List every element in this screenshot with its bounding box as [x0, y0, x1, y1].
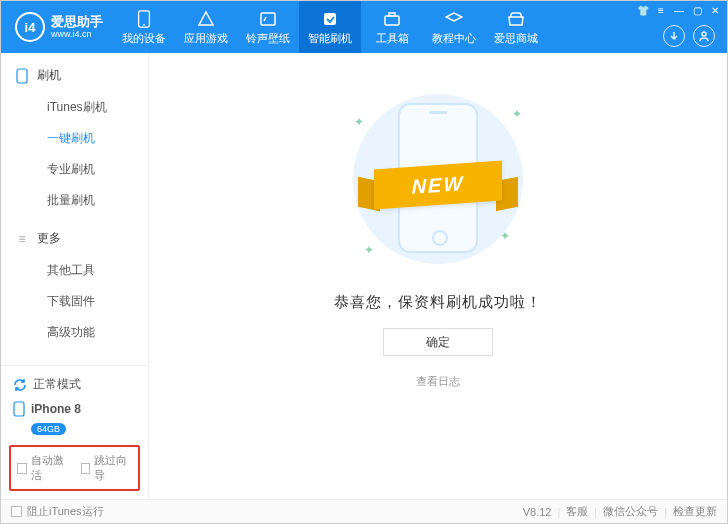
- brand-domain: www.i4.cn: [51, 29, 103, 39]
- nav-label: 铃声壁纸: [246, 31, 290, 46]
- phone-icon: [134, 9, 154, 29]
- chk-label: 阻止iTunes运行: [27, 504, 104, 519]
- minimize-icon[interactable]: —: [673, 4, 685, 16]
- sidebar: 刷机 iTunes刷机 一键刷机 专业刷机 批量刷机 ≡ 更多 其他工具 下载固…: [1, 53, 149, 499]
- svg-point-1: [143, 23, 145, 25]
- storage-badge: 64GB: [31, 423, 66, 435]
- tutorial-icon: [444, 9, 464, 29]
- success-illustration: ✦✦✦✦ NEW: [318, 89, 558, 269]
- top-nav: 我的设备 应用游戏 铃声壁纸 智能刷机 工具箱 教程中心: [113, 1, 547, 53]
- nav-devices[interactable]: 我的设备: [113, 1, 175, 53]
- block-itunes-checkbox[interactable]: 阻止iTunes运行: [11, 504, 104, 519]
- toolbox-icon: [382, 9, 402, 29]
- chk-label: 自动激活: [31, 453, 69, 483]
- phone-outline-icon: [15, 68, 29, 84]
- close-icon[interactable]: ✕: [709, 4, 721, 16]
- device-name-row[interactable]: iPhone 8: [11, 397, 138, 421]
- nav-toolbox[interactable]: 工具箱: [361, 1, 423, 53]
- menu-icon[interactable]: ≡: [655, 4, 667, 16]
- group-title: 刷机: [37, 67, 61, 84]
- nav-label: 我的设备: [122, 31, 166, 46]
- success-message: 恭喜您，保资料刷机成功啦！: [334, 293, 542, 312]
- auto-activate-checkbox[interactable]: 自动激活: [17, 453, 69, 483]
- sidebar-item-advanced[interactable]: 高级功能: [1, 317, 148, 348]
- nav-tutorial[interactable]: 教程中心: [423, 1, 485, 53]
- logo-icon: i4: [15, 12, 45, 42]
- nav-label: 工具箱: [376, 31, 409, 46]
- view-log-link[interactable]: 查看日志: [416, 374, 460, 389]
- nav-games[interactable]: 应用游戏: [175, 1, 237, 53]
- svg-point-6: [702, 32, 706, 36]
- ok-button[interactable]: 确定: [383, 328, 493, 356]
- sidebar-group-more[interactable]: ≡ 更多: [1, 224, 148, 253]
- flash-options-box: 自动激活 跳过向导: [9, 445, 140, 491]
- maximize-icon[interactable]: ▢: [691, 4, 703, 16]
- nav-ringtones[interactable]: 铃声壁纸: [237, 1, 299, 53]
- skin-icon[interactable]: 👕: [637, 4, 649, 16]
- sidebar-item-itunes-flash[interactable]: iTunes刷机: [1, 92, 148, 123]
- sidebar-item-download-firmware[interactable]: 下载固件: [1, 286, 148, 317]
- nav-flash[interactable]: 智能刷机: [299, 1, 361, 53]
- svg-rect-7: [17, 69, 27, 83]
- check-update-link[interactable]: 检查更新: [673, 504, 717, 519]
- sidebar-item-oneclick-flash[interactable]: 一键刷机: [1, 123, 148, 154]
- store-icon: [506, 9, 526, 29]
- device-mode[interactable]: 正常模式: [11, 372, 138, 397]
- refresh-icon: [13, 378, 27, 392]
- download-button[interactable]: [663, 25, 685, 47]
- wallpaper-icon: [258, 9, 278, 29]
- user-button[interactable]: [693, 25, 715, 47]
- flash-icon: [320, 9, 340, 29]
- svg-rect-2: [261, 13, 275, 25]
- nav-label: 智能刷机: [308, 31, 352, 46]
- nav-label: 教程中心: [432, 31, 476, 46]
- svg-rect-4: [385, 16, 399, 25]
- sidebar-item-batch-flash[interactable]: 批量刷机: [1, 185, 148, 216]
- phone-icon: [13, 401, 25, 417]
- support-link[interactable]: 客服: [566, 504, 588, 519]
- main-content: ✦✦✦✦ NEW 恭喜您，保资料刷机成功啦！ 确定 查看日志: [149, 53, 727, 499]
- brand-name: 爱思助手: [51, 15, 103, 29]
- sidebar-item-other-tools[interactable]: 其他工具: [1, 255, 148, 286]
- chk-label: 跳过向导: [94, 453, 132, 483]
- version-label: V8.12: [523, 506, 552, 518]
- nav-store[interactable]: 爱思商城: [485, 1, 547, 53]
- nav-label: 爱思商城: [494, 31, 538, 46]
- device-panel: 正常模式 iPhone 8 64GB: [1, 365, 148, 441]
- apps-icon: [196, 9, 216, 29]
- more-icon: ≡: [15, 232, 29, 246]
- wechat-link[interactable]: 微信公众号: [603, 504, 658, 519]
- svg-rect-5: [389, 13, 395, 16]
- sidebar-item-pro-flash[interactable]: 专业刷机: [1, 154, 148, 185]
- svg-rect-8: [14, 402, 24, 416]
- logo[interactable]: i4 爱思助手 www.i4.cn: [1, 1, 113, 53]
- skip-setup-checkbox[interactable]: 跳过向导: [81, 453, 133, 483]
- sidebar-group-flash[interactable]: 刷机: [1, 61, 148, 90]
- nav-label: 应用游戏: [184, 31, 228, 46]
- title-bar: i4 爱思助手 www.i4.cn 我的设备 应用游戏 铃声壁纸 智能刷机: [1, 1, 727, 53]
- group-title: 更多: [37, 230, 61, 247]
- status-bar: 阻止iTunes运行 V8.12 | 客服 | 微信公众号 | 检查更新: [1, 499, 727, 523]
- mode-label: 正常模式: [33, 376, 81, 393]
- device-name: iPhone 8: [31, 402, 81, 416]
